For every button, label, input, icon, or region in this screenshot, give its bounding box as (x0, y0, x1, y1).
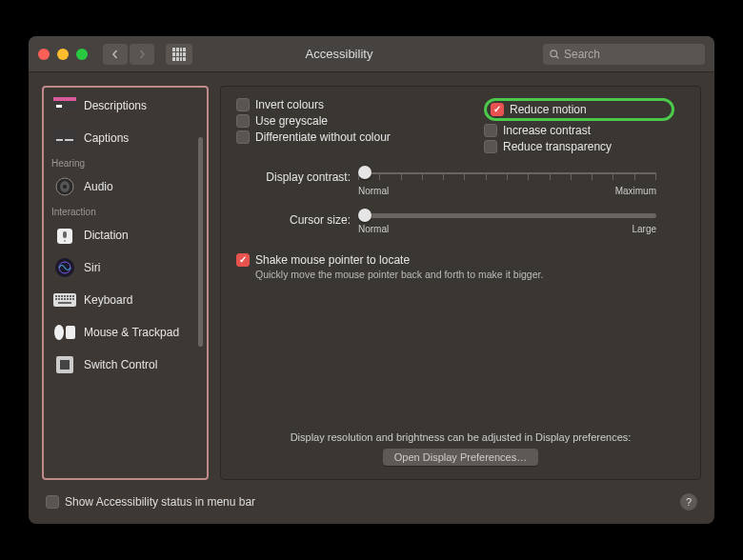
display-preferences-note: Display resolution and brightness can be… (236, 431, 685, 466)
sidebar: Descriptions Captions Hearing Audio Inte… (46, 90, 205, 476)
open-display-preferences-button[interactable]: Open Display Preferences… (383, 449, 538, 466)
close-button[interactable] (38, 49, 50, 60)
chevron-left-icon (110, 50, 120, 59)
sidebar-item-label: Keyboard (84, 293, 132, 307)
svg-point-32 (54, 325, 64, 340)
display-contrast-label: Display contrast: (236, 170, 351, 184)
captions-icon (53, 128, 76, 149)
checkbox-label: Show Accessibility status in menu bar (65, 495, 255, 509)
checkbox-icon (491, 103, 504, 116)
bottom-bar: Show Accessibility status in menu bar ? (29, 493, 714, 524)
svg-rect-26 (61, 298, 63, 300)
checkbox-icon (236, 130, 250, 144)
sidebar-item-label: Mouse & Trackpad (84, 326, 179, 339)
sidebar-highlight: Descriptions Captions Hearing Audio Inte… (42, 86, 209, 480)
svg-rect-28 (67, 298, 69, 300)
svg-rect-5 (53, 130, 76, 144)
checkbox-label: Shake mouse pointer to locate (255, 253, 410, 267)
checkbox-label: Reduce motion (510, 103, 587, 116)
preferences-window: Accessibility Search Descriptions Captio… (29, 36, 714, 524)
cursor-size-label: Cursor size: (236, 213, 351, 227)
audio-icon (53, 176, 76, 197)
reduce-transparency-checkbox[interactable]: Reduce transparency (484, 140, 674, 153)
differentiate-colour-checkbox[interactable]: Differentiate without colour (236, 130, 427, 144)
slider-thumb[interactable] (358, 209, 372, 222)
sidebar-item-descriptions[interactable]: Descriptions (46, 90, 205, 122)
increase-contrast-checkbox[interactable]: Increase contrast (484, 124, 674, 137)
cursor-size-slider[interactable] (358, 213, 656, 218)
help-button[interactable]: ? (680, 493, 697, 510)
sidebar-item-dictation[interactable]: Dictation (46, 219, 205, 251)
checkbox-grid: Invert colours Use greyscale Differentia… (236, 98, 685, 153)
invert-colours-checkbox[interactable]: Invert colours (236, 98, 427, 111)
zoom-button[interactable] (76, 49, 88, 60)
slider-thumb[interactable] (358, 166, 372, 179)
sidebar-item-label: Captions (84, 131, 129, 145)
siri-icon (53, 257, 76, 278)
display-contrast-slider[interactable] (358, 170, 656, 175)
shake-locate-checkbox[interactable]: Shake mouse pointer to locate (236, 253, 685, 267)
back-button[interactable] (103, 44, 128, 65)
switch-control-icon (53, 354, 76, 375)
sidebar-item-switch-control[interactable]: Switch Control (46, 349, 205, 381)
sidebar-item-label: Siri (84, 261, 100, 274)
svg-rect-25 (58, 298, 60, 300)
sidebar-item-label: Audio (84, 180, 113, 193)
svg-rect-19 (61, 295, 63, 297)
svg-rect-6 (56, 139, 63, 141)
svg-rect-27 (64, 298, 66, 300)
sidebar-item-label: Switch Control (84, 358, 157, 371)
descriptions-icon (53, 95, 76, 116)
cursor-size-row: Cursor size: Normal Large (236, 213, 685, 234)
window-title: Accessibility (143, 47, 535, 61)
svg-rect-17 (55, 295, 57, 297)
reduce-motion-checkbox[interactable]: Reduce motion (491, 103, 587, 116)
sidebar-item-siri[interactable]: Siri (46, 251, 205, 284)
sidebar-item-captions[interactable]: Captions (46, 122, 205, 154)
main-panel: Invert colours Use greyscale Differentia… (220, 86, 701, 480)
checkbox-label: Invert colours (255, 98, 324, 111)
checkbox-icon (236, 253, 250, 267)
display-contrast-row: Display contrast: Normal Maximum (236, 170, 685, 196)
dictation-icon (53, 225, 76, 246)
svg-rect-33 (66, 326, 75, 339)
use-greyscale-checkbox[interactable]: Use greyscale (236, 114, 427, 128)
search-input[interactable]: Search (543, 44, 705, 65)
checkbox-label: Increase contrast (503, 124, 591, 137)
svg-rect-7 (65, 139, 73, 141)
svg-rect-12 (63, 231, 67, 238)
shake-locate-row: Shake mouse pointer to locate Quickly mo… (236, 253, 685, 280)
note-text: Display resolution and brightness can be… (236, 431, 685, 443)
checkbox-label: Use greyscale (255, 114, 328, 128)
checkbox-label: Reduce transparency (503, 140, 612, 153)
sidebar-scrollbar[interactable] (198, 137, 203, 347)
titlebar: Accessibility Search (29, 36, 714, 72)
svg-point-0 (551, 50, 557, 56)
svg-line-1 (556, 55, 559, 58)
svg-rect-22 (70, 295, 71, 297)
show-status-menubar-checkbox[interactable]: Show Accessibility status in menu bar (46, 495, 255, 509)
minimize-button[interactable] (57, 49, 69, 60)
mouse-trackpad-icon (53, 322, 76, 343)
svg-rect-29 (70, 298, 71, 300)
shake-locate-hint: Quickly move the mouse pointer back and … (255, 269, 685, 280)
sidebar-item-mouse-trackpad[interactable]: Mouse & Trackpad (46, 316, 205, 349)
sidebar-item-keyboard[interactable]: Keyboard (46, 284, 205, 316)
svg-rect-30 (72, 298, 74, 300)
reduce-motion-highlight: Reduce motion (484, 98, 674, 121)
svg-rect-24 (55, 298, 57, 300)
slider-min-label: Normal (358, 186, 389, 196)
slider-min-label: Normal (358, 224, 389, 234)
keyboard-icon (53, 290, 76, 310)
checkbox-icon (484, 124, 497, 137)
svg-rect-21 (67, 295, 69, 297)
svg-rect-3 (53, 97, 76, 101)
svg-rect-18 (58, 295, 60, 297)
search-icon (549, 49, 560, 60)
checkbox-icon (46, 495, 59, 509)
checkbox-icon (236, 98, 250, 111)
sidebar-item-audio[interactable]: Audio (46, 170, 205, 203)
sidebar-item-label: Descriptions (84, 99, 147, 112)
checkbox-icon (484, 140, 497, 153)
checkbox-icon (236, 114, 250, 128)
